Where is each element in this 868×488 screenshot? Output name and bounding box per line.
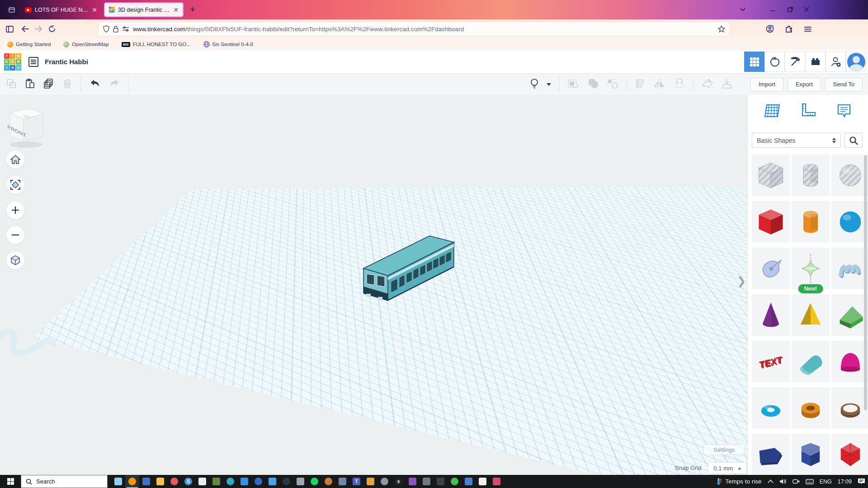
redo-icon[interactable] — [109, 79, 120, 90]
extensions-puzzle-icon[interactable] — [782, 22, 796, 36]
close-tab-icon[interactable]: ✕ — [173, 6, 179, 14]
shape-box[interactable] — [752, 201, 790, 243]
tab-list-chevron-icon[interactable] — [736, 3, 750, 16]
selection-group-icon[interactable] — [568, 78, 580, 91]
close-window-button[interactable] — [800, 3, 813, 16]
import-button[interactable]: Import — [750, 78, 783, 91]
clock[interactable]: 17:09 — [838, 479, 852, 485]
shape-hex-prism[interactable] — [792, 434, 830, 475]
taskbar-app-video-editor[interactable] — [139, 475, 153, 488]
delete-icon[interactable] — [63, 79, 72, 90]
permissions-icon[interactable] — [122, 26, 129, 32]
shape-squiggle[interactable] — [831, 248, 868, 289]
shape-spinner[interactable]: New! — [792, 248, 830, 289]
perspective-toggle-button[interactable] — [6, 251, 25, 270]
menu-hamburger-icon[interactable] — [801, 22, 815, 36]
taskbar-app-minecraft[interactable] — [209, 475, 223, 488]
paste-icon[interactable] — [25, 79, 35, 90]
bricks-lego-icon[interactable] — [805, 52, 826, 72]
bookmark-openstreetmap[interactable]: OpenStreetMap — [63, 42, 108, 47]
taskbar-app-microsoft-store[interactable] — [111, 475, 125, 488]
taskbar-app-photos[interactable] — [237, 475, 251, 488]
taskbar-app-file-explorer[interactable] — [153, 475, 167, 488]
taskbar-app-cloud-app[interactable] — [293, 475, 307, 488]
group-icon[interactable] — [588, 78, 599, 91]
shape-search-button[interactable] — [844, 133, 863, 148]
send-to-button[interactable]: Send To — [825, 78, 863, 91]
address-bar[interactable]: www.tinkercad.com/things/0ID8XFfx5UF-fra… — [99, 22, 730, 36]
weather-widget[interactable]: Temps to rise — [717, 478, 761, 485]
taskbar-app-settings-gear[interactable] — [377, 475, 392, 488]
restore-button[interactable] — [783, 3, 797, 16]
taskbar-app-teams[interactable]: T — [349, 475, 363, 488]
taskbar-app-notepad[interactable] — [195, 475, 209, 488]
shape-pyramid[interactable] — [792, 294, 830, 336]
profile-avatar[interactable] — [846, 52, 866, 72]
undo-icon[interactable] — [90, 79, 100, 90]
lock-icon[interactable] — [113, 26, 118, 33]
reload-icon[interactable] — [45, 22, 59, 36]
shape-polygon[interactable] — [752, 434, 790, 475]
workplane-tab-icon[interactable] — [760, 100, 784, 122]
taskbar-app-files-orange[interactable] — [363, 475, 377, 488]
settings-button[interactable]: Settings — [703, 444, 745, 455]
taskbar-app-firefox[interactable] — [125, 475, 139, 488]
mirror-icon[interactable] — [653, 78, 665, 91]
show-all-lightbulb-icon[interactable] — [530, 78, 538, 91]
taskbar-app-media-player[interactable] — [490, 475, 504, 488]
firefox-view-icon[interactable] — [5, 4, 18, 16]
taskbar-app-skype[interactable]: S — [181, 475, 195, 488]
designs-menu-icon[interactable] — [28, 57, 38, 67]
copy-icon[interactable] — [6, 79, 16, 90]
export-button[interactable]: Export — [788, 78, 821, 91]
shape-sphere[interactable] — [831, 201, 868, 243]
shape-scribble[interactable] — [752, 248, 790, 289]
notes-tab-icon[interactable] — [832, 100, 855, 122]
design-title[interactable]: Frantic Habbi — [45, 58, 88, 66]
viewport-3d[interactable]: FRONT RIGHT TOP Settings Snap Grid — [0, 95, 747, 475]
action-center-icon[interactable] — [858, 478, 865, 485]
minimize-button[interactable] — [766, 3, 779, 16]
shield-icon[interactable] — [103, 25, 109, 33]
taskbar-app-phone[interactable] — [420, 475, 434, 488]
shape-tube[interactable] — [792, 387, 830, 429]
bookmark-getting-started[interactable]: Getting Started — [7, 42, 51, 47]
lock-magnet-icon[interactable] — [673, 78, 685, 91]
taskbar-app-browser-orange[interactable] — [321, 475, 335, 488]
taskbar-app-whatsapp[interactable] — [448, 475, 462, 488]
taskbar-app-visual-studio[interactable] — [406, 475, 420, 488]
ungroup-icon[interactable] — [607, 78, 618, 91]
taskbar-app-app-dark[interactable] — [434, 475, 448, 488]
view-cube[interactable]: FRONT RIGHT TOP — [4, 101, 49, 150]
tinkercad-logo[interactable]: TINKERCAD — [4, 53, 21, 70]
tab-youtube[interactable]: LOTS OF HUGE NEWS IN RAIL P ✕ — [21, 2, 101, 17]
language-indicator[interactable]: ENG — [820, 479, 832, 485]
shape-box-hole[interactable] — [752, 155, 790, 196]
start-button[interactable] — [0, 475, 21, 488]
taskbar-app-sticky-notes[interactable] — [476, 475, 490, 488]
shape-icosahedron[interactable] — [831, 434, 868, 475]
ruler-tool-icon[interactable] — [722, 78, 732, 91]
shape-paraboloid[interactable] — [831, 341, 868, 382]
ruler-tab-icon[interactable] — [796, 100, 820, 122]
taskbar-app-app-blue[interactable] — [462, 475, 476, 488]
taskbar-app-spotify[interactable] — [307, 475, 321, 488]
home-view-button[interactable] — [6, 150, 25, 169]
zoom-in-button[interactable] — [6, 201, 25, 220]
shape-cylinder-hole[interactable] — [792, 155, 830, 196]
minecraft-pickaxe-icon[interactable] — [785, 52, 805, 72]
shape-roof[interactable] — [831, 294, 868, 336]
invite-person-icon[interactable] — [826, 52, 846, 72]
meet-now-icon[interactable] — [793, 479, 800, 484]
panel-collapse-handle[interactable]: ❯ — [737, 275, 746, 287]
shape-torus[interactable] — [752, 387, 790, 429]
taskbar-app-browser-blue[interactable] — [251, 475, 265, 488]
fit-view-button[interactable] — [6, 175, 25, 194]
tray-chevron-icon[interactable] — [768, 479, 774, 483]
shape-cylinder[interactable] — [792, 201, 830, 243]
shape-half-cylinder[interactable] — [792, 341, 830, 382]
workplane-tool-icon[interactable] — [702, 78, 713, 91]
new-tab-button[interactable]: + — [190, 4, 195, 15]
taskbar-app-xbox[interactable]: x — [392, 475, 406, 488]
taskbar-app-edge[interactable] — [223, 475, 237, 488]
